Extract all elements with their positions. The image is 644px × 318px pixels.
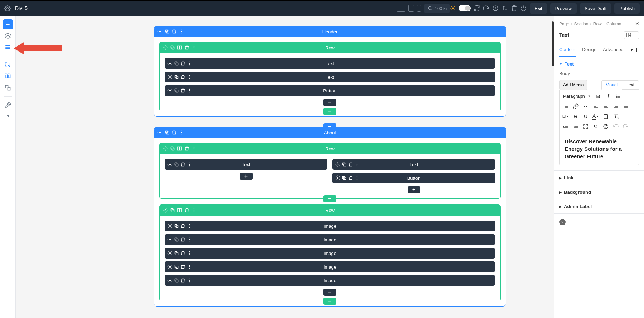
more-icon[interactable] bbox=[179, 29, 184, 34]
settings-gear-icon[interactable] bbox=[4, 5, 11, 11]
add-row-button[interactable]: + bbox=[323, 195, 336, 202]
module-block[interactable]: Button bbox=[332, 173, 495, 183]
layers-button[interactable] bbox=[3, 31, 13, 41]
special-char-button[interactable]: Ω bbox=[592, 123, 599, 130]
module-block[interactable]: Text bbox=[332, 159, 495, 170]
redo-button[interactable] bbox=[623, 123, 629, 130]
quote-button[interactable] bbox=[582, 103, 589, 110]
columns-icon[interactable] bbox=[177, 45, 182, 50]
gear-icon[interactable] bbox=[167, 223, 172, 228]
sync-icon[interactable] bbox=[474, 5, 480, 11]
add-module-button[interactable]: + bbox=[323, 289, 336, 296]
more-icon[interactable] bbox=[187, 88, 192, 93]
add-module-button[interactable]: + bbox=[408, 186, 420, 193]
more-icon[interactable] bbox=[355, 175, 360, 180]
numbered-list-button[interactable] bbox=[562, 103, 569, 110]
columns-icon[interactable] bbox=[177, 207, 182, 213]
gear-icon[interactable] bbox=[157, 29, 163, 34]
more-icon[interactable] bbox=[187, 237, 192, 242]
click-mode-button[interactable] bbox=[3, 60, 13, 70]
emoji-button[interactable] bbox=[602, 123, 609, 130]
module-block[interactable]: Text bbox=[165, 72, 495, 82]
trash-icon[interactable] bbox=[180, 251, 185, 256]
tab-advanced[interactable]: Advanced bbox=[603, 43, 624, 57]
heading-level-selector[interactable]: H4 bbox=[624, 31, 639, 39]
preview-button[interactable]: Preview bbox=[550, 3, 577, 14]
row-header[interactable]: Row bbox=[160, 42, 500, 53]
trash-icon[interactable] bbox=[348, 162, 353, 167]
gear-icon[interactable] bbox=[167, 61, 172, 66]
paste-button[interactable] bbox=[602, 113, 609, 120]
duplicate-icon[interactable] bbox=[170, 146, 175, 151]
wireframe-button[interactable] bbox=[3, 42, 13, 52]
align-right-button[interactable] bbox=[613, 103, 619, 110]
module-block[interactable]: Text bbox=[165, 58, 495, 69]
text-tab[interactable]: Text bbox=[622, 80, 639, 90]
duplicate-icon[interactable] bbox=[170, 207, 175, 213]
duplicate-icon[interactable] bbox=[164, 130, 170, 135]
history-icon[interactable] bbox=[492, 5, 499, 11]
duplicate-icon[interactable] bbox=[174, 264, 179, 269]
theme-toggle[interactable] bbox=[459, 5, 471, 11]
power-icon[interactable] bbox=[520, 5, 527, 11]
desktop-viewport-button[interactable] bbox=[397, 5, 405, 12]
table-button[interactable]: ▼ bbox=[562, 113, 569, 120]
more-icon[interactable] bbox=[179, 130, 184, 135]
trash-icon[interactable] bbox=[180, 74, 185, 80]
help-icon[interactable]: ? bbox=[559, 219, 566, 225]
gear-icon[interactable] bbox=[167, 264, 172, 269]
add-row-button[interactable]: + bbox=[323, 298, 336, 305]
tab-design[interactable]: Design bbox=[582, 43, 596, 57]
gear-icon[interactable] bbox=[167, 278, 172, 283]
more-icon[interactable] bbox=[187, 223, 192, 228]
gear-icon[interactable] bbox=[167, 251, 172, 256]
more-icon[interactable] bbox=[191, 45, 197, 50]
add-section-button[interactable]: + bbox=[323, 123, 336, 130]
gear-icon[interactable] bbox=[162, 146, 168, 151]
admin-label-section-toggle[interactable]: ▶Admin Label bbox=[554, 199, 644, 213]
trash-icon[interactable] bbox=[348, 175, 353, 180]
save-draft-button[interactable]: Save Draft bbox=[580, 3, 611, 14]
more-icon[interactable] bbox=[187, 61, 192, 66]
scrollbar-thumb[interactable] bbox=[552, 21, 554, 66]
breadcrumb-section[interactable]: Section bbox=[574, 21, 588, 26]
row-header[interactable]: Row bbox=[160, 205, 500, 216]
exit-button[interactable]: Exit bbox=[530, 3, 547, 14]
trash-icon[interactable] bbox=[180, 88, 185, 93]
trash-icon[interactable] bbox=[180, 237, 185, 242]
trash-icon[interactable] bbox=[180, 278, 185, 283]
duplicate-icon[interactable] bbox=[174, 223, 179, 228]
add-module-button[interactable]: + bbox=[240, 173, 253, 180]
duplicate-icon[interactable] bbox=[174, 88, 179, 93]
align-left-button[interactable] bbox=[592, 103, 599, 110]
duplicate-icon[interactable] bbox=[174, 61, 179, 66]
more-icon[interactable] bbox=[187, 251, 192, 256]
sort-icon[interactable] bbox=[502, 5, 508, 11]
tablet-viewport-button[interactable] bbox=[408, 5, 414, 12]
editor-content[interactable]: Discover Renewable Energy Solutions for … bbox=[560, 132, 639, 165]
tab-content[interactable]: Content bbox=[559, 43, 576, 57]
more-icon[interactable] bbox=[187, 264, 192, 269]
text-color-button[interactable]: A▼ bbox=[592, 113, 599, 120]
breadcrumb-row[interactable]: Row bbox=[593, 21, 602, 26]
module-block[interactable]: Image bbox=[165, 234, 495, 245]
duplicate-icon[interactable] bbox=[174, 251, 179, 256]
duplicate-icon[interactable] bbox=[164, 29, 170, 34]
gear-icon[interactable] bbox=[167, 237, 172, 242]
align-center-button[interactable] bbox=[602, 103, 609, 110]
module-block[interactable]: Button bbox=[165, 85, 495, 96]
trash-icon[interactable] bbox=[184, 45, 190, 50]
trash-icon[interactable] bbox=[184, 146, 190, 151]
publish-button[interactable]: Publish bbox=[614, 3, 640, 14]
add-row-button[interactable]: + bbox=[323, 108, 336, 115]
more-icon[interactable] bbox=[191, 146, 197, 151]
paragraph-select[interactable]: Paragraph bbox=[562, 93, 591, 100]
row-header[interactable]: Row bbox=[160, 143, 500, 154]
redo-icon[interactable] bbox=[483, 5, 489, 11]
align-justify-button[interactable] bbox=[623, 103, 629, 110]
trash-icon[interactable] bbox=[180, 162, 185, 167]
gear-icon[interactable] bbox=[167, 74, 172, 80]
trash-icon[interactable] bbox=[171, 130, 177, 135]
breadcrumb-page[interactable]: Page bbox=[559, 21, 569, 26]
tools-button[interactable] bbox=[3, 100, 13, 110]
